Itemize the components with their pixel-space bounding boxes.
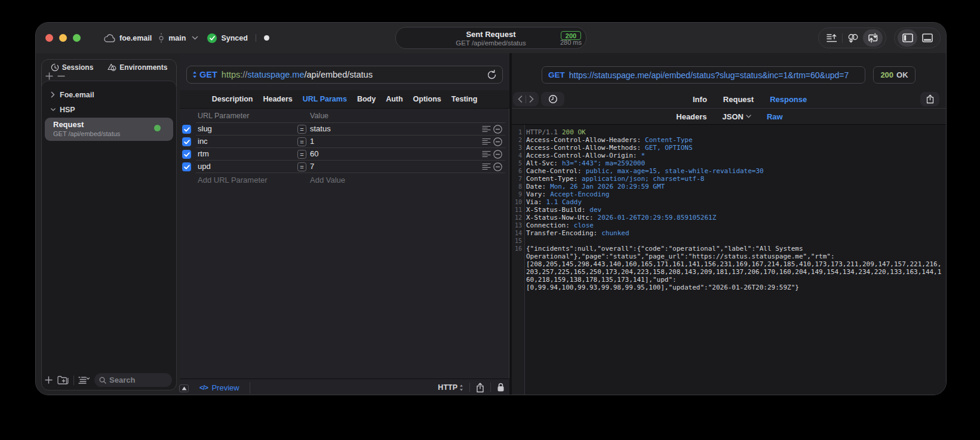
preview-label: Preview [211,383,239,392]
header-key: Transfer-Encoding: [526,229,597,237]
protocol-selector[interactable]: HTTP [438,383,463,392]
add-session-button[interactable] [45,72,53,81]
tab-description[interactable]: Description [212,95,253,103]
param-enabled-checkbox[interactable] [182,137,191,146]
tab-environments[interactable]: Environments [107,63,167,72]
equals-icon: = [297,125,306,134]
remove-param-button[interactable] [493,125,502,134]
subtab-raw[interactable]: Raw [767,112,783,121]
equals-icon: = [297,150,306,159]
sent-request-pill[interactable]: Sent Request GET /api/embed/status 200 2… [395,27,586,49]
tab-response[interactable]: Response [770,95,807,104]
param-name[interactable]: rtm [198,149,209,158]
tab-options[interactable]: Options [413,95,441,103]
lock-icon[interactable] [497,383,505,392]
request-method[interactable]: GET [199,70,217,79]
response-raw-text[interactable]: 1HTTP/1.1200 OK 2Access-Control-Allow-He… [512,125,947,291]
collapse-panel-button[interactable] [179,384,189,392]
param-menu-icon[interactable] [482,150,491,158]
sent-request-url[interactable]: GET https://statuspage.me/api/embed/stat… [542,66,865,84]
tab-info[interactable]: Info [693,95,707,104]
param-menu-icon[interactable] [482,138,491,145]
tab-auth[interactable]: Auth [386,95,403,103]
request-url-bar[interactable]: GET https://statuspage.me/api/embed/stat… [186,66,503,84]
close-window-button[interactable] [45,34,53,42]
param-value[interactable]: status [310,124,331,133]
header-value: 2026-01-26T20:29:59.859105261Z [594,214,717,221]
sessions-clock-icon [51,63,59,72]
code-line: 5Alt-Svc:h3=":443"; ma=2592000 [512,159,947,167]
add-param-row[interactable]: Add URL Parameter Add Value [180,173,509,186]
param-row: slug = status [180,123,509,136]
forward-icon[interactable] [529,96,534,103]
search-input[interactable] [109,376,167,384]
toggle-left-panel-button[interactable] [898,29,917,47]
header-value: public, max-age=15, stale-while-revalida… [582,167,764,175]
param-enabled-checkbox[interactable] [182,162,191,171]
export-response-button[interactable] [920,92,939,106]
sync-import-button[interactable] [843,29,863,47]
url-host: statuspage.me [247,70,304,79]
tree-item-request-selected[interactable]: Request GET /api/embed/status [45,118,173,141]
sidebar-search-field[interactable] [94,373,172,387]
tab-testing[interactable]: Testing [451,95,478,103]
tab-headers[interactable]: Headers [263,95,292,103]
zoom-window-button[interactable] [73,34,81,42]
remove-param-button[interactable] [493,137,502,146]
param-enabled-checkbox[interactable] [182,150,191,159]
git-branch-icon [158,33,164,44]
header-value: Accept-Encoding [546,190,609,198]
minimize-window-button[interactable] [59,34,67,42]
tree-group-hsp[interactable]: HSP [42,104,176,115]
param-name[interactable]: upd [198,162,211,171]
remove-param-button[interactable] [493,150,502,159]
param-name[interactable]: slug [198,124,212,133]
send-receive-button[interactable] [863,29,883,47]
synced-check-icon [207,33,217,43]
search-icon [99,377,106,384]
add-url-parameter-placeholder[interactable]: Add URL Parameter [198,176,268,184]
chevron-down-icon[interactable] [192,36,198,40]
footer-divider [250,382,250,393]
tab-sessions-label: Sessions [62,63,94,72]
toggle-bottom-panel-button[interactable] [917,29,937,47]
tree-group-label: HSP [60,106,75,114]
request-item-subtitle: GET /api/embed/status [53,130,173,137]
tab-request[interactable]: Request [723,95,754,104]
preview-button[interactable]: </> Preview [199,379,239,395]
tab-body[interactable]: Body [357,95,376,103]
equals-icon: = [297,162,306,171]
resend-request-icon[interactable] [486,69,497,81]
header-value: application/json; charset=utf-8 [577,175,704,183]
back-icon[interactable] [518,96,523,103]
subtab-json[interactable]: JSON [723,112,751,121]
tab-url-params[interactable]: URL Params [303,95,347,103]
param-value[interactable]: 7 [310,162,314,171]
code-line: 2Access-Control-Allow-Headers:Content-Ty… [512,136,947,144]
param-enabled-checkbox[interactable] [182,125,191,134]
param-value[interactable]: 60 [310,149,318,158]
param-row: upd = 7 [180,161,509,173]
sort-list-button[interactable] [78,376,90,384]
add-request-button[interactable] [45,376,53,384]
add-folder-button[interactable] [57,376,69,384]
header-key: X-Status-Build: [526,206,585,214]
param-name[interactable]: inc [198,137,208,146]
branch-name[interactable]: main [168,34,186,42]
param-value[interactable]: 1 [310,137,314,146]
toolbar-group-layout [894,27,941,48]
history-clock-button[interactable] [541,92,564,106]
add-value-placeholder[interactable]: Add Value [310,176,345,184]
param-menu-icon[interactable] [482,163,491,170]
param-menu-icon[interactable] [482,125,491,133]
method-dropdown-icon[interactable] [192,71,197,78]
remove-param-button[interactable] [493,162,502,171]
sidebar-toolbar [42,372,176,388]
remove-session-button[interactable] [57,72,65,81]
project-name[interactable]: foe.email [119,34,152,42]
tab-sessions[interactable]: Sessions [51,63,94,72]
subtab-headers[interactable]: Headers [676,112,706,121]
share-request-icon[interactable] [476,383,484,393]
export-list-button[interactable] [822,29,841,47]
tree-group-foe-email[interactable]: Foe.email [42,89,176,100]
